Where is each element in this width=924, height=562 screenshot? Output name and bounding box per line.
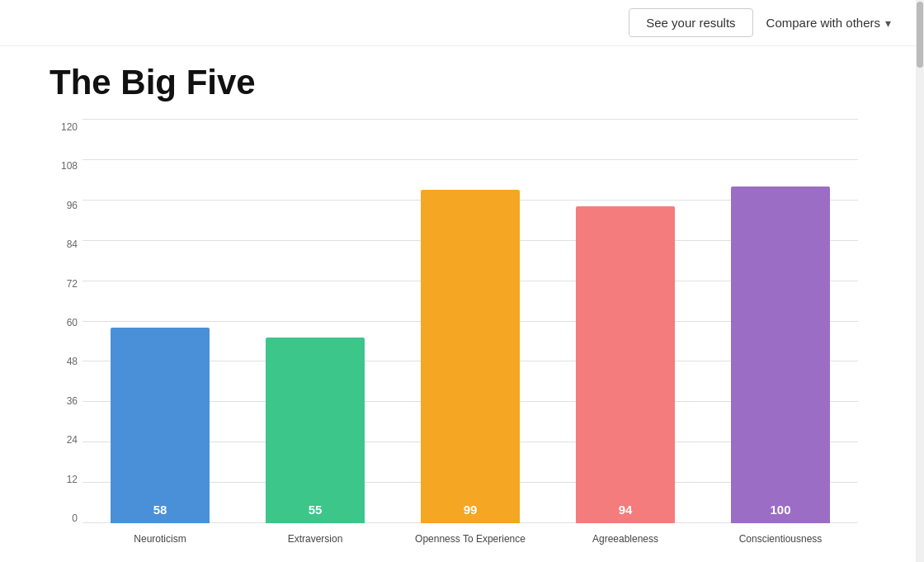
bar-label: Agreeableness [592, 533, 658, 545]
bar: 94Agreeableness [576, 206, 675, 523]
bar: 100Conscientiousness [731, 187, 830, 523]
bar-group: 94Agreeableness [568, 206, 683, 523]
bar-label: Openness To Experience [415, 533, 526, 545]
bar: 58Neuroticism [111, 328, 210, 523]
chevron-down-icon: ▾ [885, 17, 891, 30]
see-results-button[interactable]: See your results [629, 8, 752, 37]
bars-row: 58Neuroticism55Extraversion99Openness To… [82, 119, 858, 548]
bar-value: 58 [153, 503, 167, 517]
y-axis-label: 96 [50, 201, 82, 210]
y-axis-label: 36 [50, 396, 82, 406]
page-title: The Big Five [50, 63, 874, 102]
main-content: The Big Five 01224364860728496108120 58N… [0, 46, 924, 562]
bar-value: 55 [309, 503, 323, 517]
bar-label: Neuroticism [134, 533, 186, 545]
bar-group: 55Extraversion [257, 338, 373, 523]
bar-group: 58Neuroticism [102, 328, 218, 523]
chart-container: 01224364860728496108120 58Neuroticism55E… [50, 119, 858, 548]
bar-label: Conscientiousness [739, 533, 823, 545]
chart-area: 01224364860728496108120 58Neuroticism55E… [50, 119, 858, 548]
chart-plot: 58Neuroticism55Extraversion99Openness To… [82, 119, 858, 548]
bar-value: 99 [464, 503, 478, 517]
bar-label: Extraversion [288, 533, 343, 545]
y-axis-label: 48 [50, 357, 82, 366]
y-axis-label: 12 [50, 475, 82, 484]
y-axis: 01224364860728496108120 [50, 119, 82, 548]
y-axis-label: 24 [50, 435, 82, 445]
header: See your results Compare with others ▾ [0, 0, 924, 46]
y-axis-label: 0 [50, 513, 82, 523]
bar-value: 100 [770, 503, 790, 517]
bar: 99Openness To Experience [421, 190, 520, 523]
compare-with-others-button[interactable]: Compare with others ▾ [766, 16, 891, 30]
y-axis-label: 108 [50, 161, 82, 171]
scrollbar-thumb [917, 2, 923, 68]
scrollbar[interactable] [916, 0, 924, 562]
bar-group: 99Openness To Experience [412, 190, 528, 523]
bar: 55Extraversion [266, 338, 365, 523]
compare-label: Compare with others [766, 16, 880, 30]
y-axis-label: 120 [50, 122, 82, 132]
bar-value: 94 [619, 503, 633, 517]
y-axis-label: 84 [50, 239, 82, 249]
y-axis-label: 60 [50, 318, 82, 328]
bar-group: 100Conscientiousness [723, 187, 838, 523]
y-axis-label: 72 [50, 279, 82, 289]
